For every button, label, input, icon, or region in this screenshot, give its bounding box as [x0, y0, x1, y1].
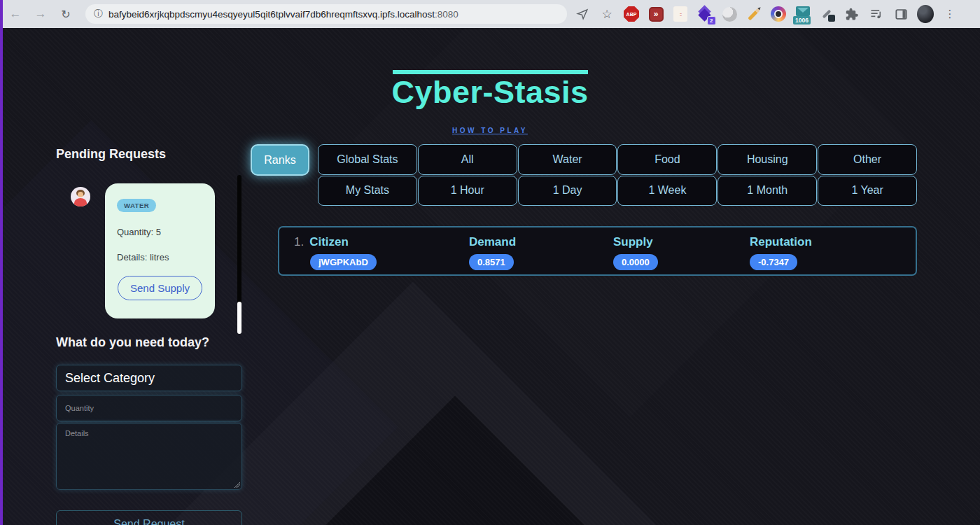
filter-all[interactable]: All: [418, 144, 517, 175]
address-bar[interactable]: ⓘ bafybeid6xrjkqbpdscmyu4esqyeyul5qit6tp…: [85, 4, 567, 24]
media-queue-icon[interactable]: [868, 6, 885, 22]
category-select[interactable]: Select Category: [56, 365, 242, 391]
send-to-device-icon[interactable]: [574, 6, 591, 22]
profile-avatar[interactable]: [917, 6, 934, 22]
left-edge-strip: [0, 0, 3, 525]
mail-badge: 1006: [793, 16, 811, 24]
filter-1-year[interactable]: 1 Year: [818, 176, 917, 206]
requests-scrollbar[interactable]: [237, 175, 241, 334]
adblock-extension-icon[interactable]: ABP: [623, 6, 640, 22]
textarea-resize-handle[interactable]: [234, 482, 240, 488]
need-heading: What do you need today?: [56, 335, 209, 350]
side-panel-icon[interactable]: [892, 6, 909, 22]
browser-toolbar: ← → ↻ ⓘ bafybeid6xrjkqbpdscmyu4esqyeyul5…: [0, 0, 980, 28]
pending-request-card: WATER Quantity: 5 Details: litres Send S…: [105, 183, 215, 318]
url-text: bafybeid6xrjkqbpdscmyu4esqyeyul5qit6tplv…: [108, 9, 458, 20]
rank-number: 1.: [294, 235, 304, 248]
screen: ← → ↻ ⓘ bafybeid6xrjkqbpdscmyu4esqyeyul5…: [0, 0, 980, 525]
cyber-stasis-page: Cyber-Stasis HOW TO PLAY Pending Request…: [0, 28, 980, 525]
layers-extension-icon[interactable]: 2: [696, 6, 713, 22]
filter-other[interactable]: Other: [818, 144, 917, 175]
demand-header: Demand: [469, 235, 516, 249]
request-quantity: Quantity: 5: [117, 227, 203, 237]
filter-food[interactable]: Food: [617, 144, 717, 175]
filter-1-month[interactable]: 1 Month: [718, 176, 817, 206]
back-icon[interactable]: ←: [6, 4, 25, 24]
details-textarea[interactable]: [56, 423, 242, 490]
supply-value-badge: 0.0000: [613, 254, 658, 270]
filter-1-hour[interactable]: 1 Hour: [418, 176, 517, 206]
reload-icon[interactable]: ↻: [56, 4, 76, 24]
how-to-play-link[interactable]: HOW TO PLAY: [452, 127, 528, 134]
fastforward-extension-icon[interactable]: »: [648, 6, 664, 22]
category-select-value: Select Category: [65, 371, 155, 386]
site-info-icon[interactable]: ⓘ: [94, 8, 103, 20]
citizen-header: Citizen: [309, 235, 349, 248]
pending-requests-heading: Pending Requests: [56, 147, 166, 162]
send-request-button[interactable]: Send Request: [56, 510, 242, 525]
filter-my-stats[interactable]: My Stats: [318, 176, 417, 206]
demand-value-badge: 0.8571: [469, 254, 514, 270]
request-details: Details: litres: [117, 252, 203, 262]
bookmark-star-icon[interactable]: ☆: [598, 6, 615, 22]
filter-1-day[interactable]: 1 Day: [518, 176, 617, 206]
layers-badge: 2: [707, 16, 716, 25]
quantity-input[interactable]: [56, 395, 242, 421]
category-badge: WATER: [117, 199, 156, 212]
filter-water[interactable]: Water: [518, 144, 617, 175]
page-title: Cyber-Stasis: [0, 74, 980, 111]
mail-extension-icon[interactable]: 1006: [794, 6, 811, 22]
page-extension-icon[interactable]: ::: [672, 6, 689, 22]
filter-housing[interactable]: Housing: [718, 144, 817, 175]
filter-1-week[interactable]: 1 Week: [617, 176, 717, 206]
pencil-extension-icon[interactable]: [746, 6, 762, 22]
toolbar-icons: ☆ ABP » :: 2 1006: [574, 6, 958, 22]
camera-extension-icon[interactable]: [770, 6, 787, 22]
leaderboard-row: 1.Citizen jWGPKAbD Demand 0.8571 Supply …: [278, 226, 917, 276]
filter-global-stats[interactable]: Global Stats: [318, 144, 417, 175]
citizen-id-badge: jWGPKAbD: [310, 254, 377, 270]
filter-buttons: Global Stats All Water Food Housing Othe…: [318, 144, 917, 206]
forward-icon[interactable]: →: [31, 4, 50, 24]
requests-scrollbar-thumb[interactable]: [237, 302, 241, 334]
send-supply-button[interactable]: Send Supply: [118, 276, 202, 300]
eyedropper-extension-icon[interactable]: [819, 6, 836, 22]
supply-header: Supply: [613, 235, 658, 249]
swirl-extension-icon[interactable]: [721, 6, 738, 22]
reputation-value-badge: -0.7347: [750, 254, 797, 270]
ranks-button[interactable]: Ranks: [251, 144, 309, 176]
requester-avatar: [71, 187, 90, 206]
reputation-header: Reputation: [750, 235, 812, 249]
extensions-puzzle-icon[interactable]: [844, 6, 860, 22]
browser-menu-icon[interactable]: ⋮: [941, 6, 958, 22]
